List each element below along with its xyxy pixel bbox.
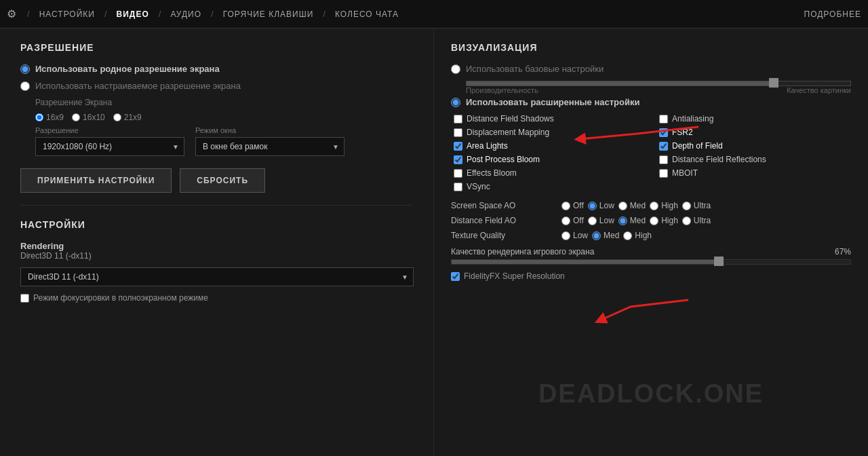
eb-checkbox[interactable] xyxy=(454,169,462,178)
checkbox-depth-of-field[interactable]: Depth of Field xyxy=(659,141,851,151)
checkbox-fsr2[interactable]: FSR2 xyxy=(659,128,851,137)
dm-label: Displacement Mapping xyxy=(467,128,549,137)
ssao-ultra[interactable]: Ultra xyxy=(682,201,711,210)
resolution-sub-section: Разрешение Экрана 16x9 16x10 21x9 Разреш… xyxy=(35,98,413,156)
separator xyxy=(20,205,413,206)
render-quality-slider-wrapper xyxy=(451,259,851,265)
ssao-low[interactable]: Low xyxy=(588,201,614,210)
apply-button[interactable]: ПРИМЕНИТЬ НАСТРОЙКИ xyxy=(20,168,172,193)
ssao-high[interactable]: High xyxy=(650,201,678,210)
al-checkbox[interactable] xyxy=(454,142,462,151)
fidelity-fx-row[interactable]: FidelityFX Super Resolution xyxy=(451,271,851,281)
nav-item-video[interactable]: ВИДЕО xyxy=(113,10,153,19)
window-mode-select[interactable]: В окне без рамок xyxy=(195,137,344,156)
aa-label: Antialiasing xyxy=(672,114,713,124)
nav-item-audio[interactable]: АУДИО xyxy=(166,10,205,19)
use-custom-resolution-option[interactable]: Использовать настраиваемое разрешение эк… xyxy=(20,81,413,91)
checkbox-vsync[interactable]: VSync xyxy=(454,182,646,191)
dfao-med[interactable]: Med xyxy=(618,216,646,225)
visualization-title: ВИЗУАЛИЗАЦИЯ xyxy=(451,42,851,53)
aspect-16x9[interactable]: 16x9 xyxy=(35,113,64,122)
dm-checkbox[interactable] xyxy=(454,128,462,137)
quality-label: Качество картинки xyxy=(787,86,851,94)
dfao-high[interactable]: High xyxy=(650,216,678,225)
rendering-value: Direct3D 11 (-dx11) xyxy=(20,251,413,261)
focus-mode-option[interactable]: Режим фокусировки в полноэкранном режиме xyxy=(20,293,413,303)
settings-section: НАСТРОЙКИ Rendering Direct3D 11 (-dx11) … xyxy=(20,219,413,303)
checkbox-distance-field-reflections[interactable]: Distance Field Reflections xyxy=(659,155,851,164)
slider-thumb[interactable] xyxy=(769,78,778,88)
use-native-resolution-option[interactable]: Использовать родное разрешение экрана xyxy=(20,64,413,74)
nav-separator-1: / xyxy=(27,9,30,19)
slider-fill xyxy=(467,81,774,86)
render-quality-label-row: Качество рендеринга игрового экрана 67% xyxy=(451,247,851,256)
resolution-dropdown-label: Разрешение xyxy=(35,126,184,134)
checkbox-grid: Distance Field Shadows Antialiasing Disp… xyxy=(454,114,851,191)
quality-slider-track[interactable] xyxy=(466,81,851,86)
ssao-off[interactable]: Off xyxy=(561,201,584,210)
dfao-low[interactable]: Low xyxy=(588,216,614,225)
left-panel: РАЗРЕШЕНИЕ Использовать родное разрешени… xyxy=(0,28,434,456)
dfr-checkbox[interactable] xyxy=(659,155,668,164)
use-base-radio[interactable] xyxy=(451,64,460,74)
render-quality-thumb[interactable] xyxy=(714,256,724,266)
nav-item-settings[interactable]: НАСТРОЙКИ xyxy=(35,10,99,19)
perf-label: Производительность xyxy=(466,86,538,94)
use-custom-radio[interactable] xyxy=(20,81,30,91)
checkbox-effects-bloom[interactable]: Effects Bloom xyxy=(454,168,646,178)
mboit-checkbox[interactable] xyxy=(659,169,668,178)
use-extended-radio[interactable] xyxy=(451,98,460,107)
checkbox-area-lights[interactable]: Area Lights xyxy=(454,141,646,151)
checkbox-distance-field-shadows[interactable]: Distance Field Shadows xyxy=(454,114,646,124)
checkbox-post-process-bloom[interactable]: Post Process Bloom xyxy=(454,155,646,164)
ssao-row: Screen Space AO Off Low Med xyxy=(451,201,851,210)
checkbox-displacement-mapping[interactable]: Displacement Mapping xyxy=(454,128,646,137)
rendering-select[interactable]: Direct3D 11 (-dx11) xyxy=(20,267,414,286)
texture-med[interactable]: Med xyxy=(592,231,619,240)
checkbox-antialiasing[interactable]: Antialiasing xyxy=(659,114,851,124)
texture-low[interactable]: Low xyxy=(561,231,588,240)
checkbox-mboit[interactable]: MBOIT xyxy=(659,168,851,178)
nav-item-chat-wheel[interactable]: КОЛЕСО ЧАТА xyxy=(331,10,403,19)
aspect-21x9[interactable]: 21x9 xyxy=(113,113,142,122)
use-native-label: Использовать родное разрешение экрана xyxy=(35,64,220,74)
settings-title: НАСТРОЙКИ xyxy=(20,219,413,230)
detail-button[interactable]: ПОДРОБНЕЕ xyxy=(804,10,861,19)
al-label: Area Lights xyxy=(467,141,508,151)
vsync-checkbox[interactable] xyxy=(454,183,462,191)
resolution-dropdowns: Разрешение 1920x1080 (60 Hz) ▼ Режим окн… xyxy=(35,126,413,156)
resolution-group: Разрешение 1920x1080 (60 Hz) ▼ xyxy=(35,126,184,156)
texture-high[interactable]: High xyxy=(623,231,652,240)
use-base-settings-option[interactable]: Использовать базовые настройки xyxy=(451,64,851,74)
ppb-checkbox[interactable] xyxy=(454,155,462,164)
nav-item-hotkeys[interactable]: ГОРЯЧИЕ КЛАВИШИ xyxy=(219,10,318,19)
dof-checkbox[interactable] xyxy=(659,142,668,151)
dfao-label: Distance Field AO xyxy=(451,216,556,225)
window-mode-group: Режим окна В окне без рамок ▼ xyxy=(195,126,344,156)
dfs-checkbox[interactable] xyxy=(454,115,462,124)
rendering-dropdown-wrapper: Direct3D 11 (-dx11) ▼ xyxy=(20,267,414,286)
main-content: РАЗРЕШЕНИЕ Использовать родное разрешени… xyxy=(0,28,868,456)
nav-separator-3: / xyxy=(159,9,161,19)
ssao-med[interactable]: Med xyxy=(618,201,646,210)
dfao-ultra[interactable]: Ultra xyxy=(682,216,711,225)
dof-label: Depth of Field xyxy=(672,141,723,151)
nav-separator-4: / xyxy=(211,9,214,19)
focus-mode-checkbox[interactable] xyxy=(20,294,29,303)
fsr2-checkbox[interactable] xyxy=(659,128,668,137)
render-quality-fill xyxy=(452,260,719,264)
aa-checkbox[interactable] xyxy=(659,115,668,124)
dfao-row: Distance Field AO Off Low Med xyxy=(451,216,851,225)
fidelity-checkbox[interactable] xyxy=(451,272,460,281)
aspect-16x10[interactable]: 16x10 xyxy=(72,113,105,122)
top-navigation: ⚙ / НАСТРОЙКИ / ВИДЕО / АУДИО / ГОРЯЧИЕ … xyxy=(0,0,868,28)
render-quality-track[interactable] xyxy=(451,259,851,265)
right-panel: ВИЗУАЛИЗАЦИЯ Использовать базовые настро… xyxy=(434,28,868,456)
reset-button[interactable]: СБРОСИТЬ xyxy=(180,168,265,193)
use-native-radio[interactable] xyxy=(20,64,30,74)
dfao-off[interactable]: Off xyxy=(561,216,584,225)
use-base-label: Использовать базовые настройки xyxy=(466,64,604,74)
resolution-select[interactable]: 1920x1080 (60 Hz) xyxy=(35,137,184,156)
gear-icon[interactable]: ⚙ xyxy=(7,7,16,20)
use-extended-settings-option[interactable]: Использовать расширенные настройки xyxy=(451,97,851,107)
